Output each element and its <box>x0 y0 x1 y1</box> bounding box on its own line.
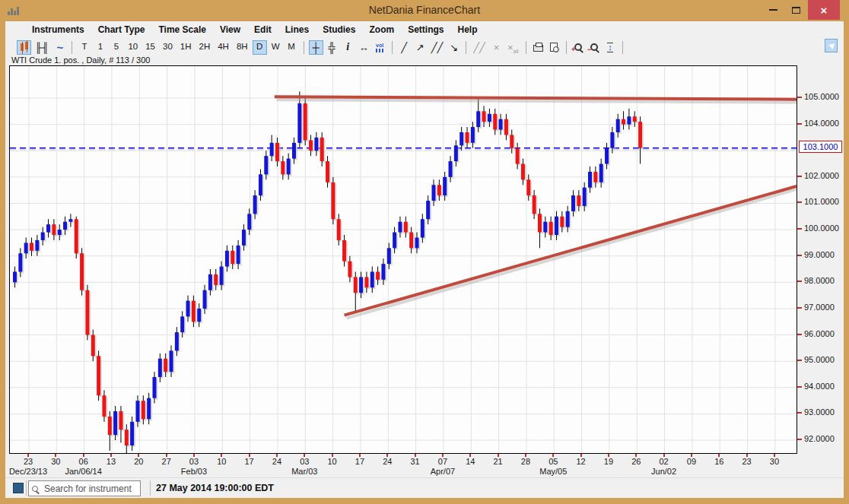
support-trendline[interactable] <box>345 186 797 315</box>
candle <box>253 195 257 214</box>
week-tick-label: 26 <box>623 457 649 466</box>
instrument-label: WTI Crude 1. pos. , Daily, # 113 / 300 <box>11 55 150 65</box>
candle <box>275 143 279 161</box>
price-tick <box>797 97 802 98</box>
week-tick-label: 02 <box>651 457 677 466</box>
fit-vertical-icon[interactable]: ↕ <box>603 40 618 55</box>
arrow-draw-icon[interactable]: ↘ <box>447 40 461 55</box>
timeframe-30min[interactable]: 30 <box>160 40 176 55</box>
ray-line-icon[interactable]: ↗ <box>413 40 428 55</box>
menu-item-instruments[interactable]: Instruments <box>25 21 91 38</box>
week-tick-label: 24 <box>374 457 400 466</box>
channel-lines-icon[interactable]: ╱╱ <box>429 40 446 55</box>
candle <box>164 359 167 372</box>
candlestick-chart-icon[interactable] <box>17 40 31 55</box>
line-chart-icon[interactable]: ~ <box>52 40 67 55</box>
candle <box>41 233 45 240</box>
week-tick-label: 10 <box>208 457 234 466</box>
candle <box>197 309 201 322</box>
info-icon[interactable]: i <box>341 40 355 55</box>
menu-item-lines[interactable]: Lines <box>278 21 316 38</box>
crosshair-icon[interactable]: ┼ <box>309 40 323 55</box>
timeframe-1min[interactable]: 1 <box>93 40 107 55</box>
horizontal-scale-icon[interactable]: ↔ <box>357 40 371 55</box>
candle <box>58 230 62 235</box>
minimize-button[interactable] <box>762 0 784 20</box>
ohlc-bar-chart-icon[interactable]: ╟╢ <box>33 40 51 55</box>
toolbar-separator <box>392 41 393 54</box>
zoom-in-icon[interactable]: + <box>571 40 586 55</box>
timeframe-daily[interactable]: D <box>253 40 267 55</box>
window-title: NetDania FinanceChart <box>0 0 849 21</box>
close-button[interactable]: × <box>808 0 840 20</box>
candle <box>214 274 218 285</box>
week-tick-label: 21 <box>485 457 511 466</box>
candle <box>320 138 324 161</box>
week-tick-label: 12 <box>568 457 594 466</box>
menu-item-chart-type[interactable]: Chart Type <box>91 21 152 38</box>
trendline-icon[interactable]: ╱ <box>397 40 412 55</box>
candle <box>46 224 50 232</box>
candle <box>376 271 380 279</box>
week-tick-label: 10 <box>320 457 345 466</box>
month-label: Jan/06/14 <box>57 467 110 476</box>
timeframe-15min[interactable]: 15 <box>142 40 158 55</box>
timeframe-2hour[interactable]: 2H <box>196 40 214 55</box>
candle <box>270 143 274 156</box>
volume-icon[interactable]: vol <box>373 40 387 55</box>
menu-item-view[interactable]: View <box>213 21 247 38</box>
price-tick <box>797 176 802 177</box>
week-tick-label: 09 <box>679 457 704 466</box>
print-icon[interactable] <box>531 40 545 55</box>
timeframe-tick[interactable]: T <box>77 40 91 55</box>
timeframe-8hour[interactable]: 8H <box>234 40 251 55</box>
candle <box>577 195 580 206</box>
price-tick <box>797 334 802 335</box>
candle <box>633 116 637 122</box>
timeframe-5min[interactable]: 5 <box>109 40 123 55</box>
candle <box>153 377 157 398</box>
menu-item-time-scale[interactable]: Time Scale <box>151 21 212 38</box>
timeframe-weekly[interactable]: W <box>269 40 283 55</box>
price-tick <box>797 281 802 282</box>
candle <box>348 262 351 277</box>
menu-item-edit[interactable]: Edit <box>247 21 278 38</box>
month-label: May/05 <box>526 467 580 476</box>
zoom-out-icon[interactable]: − <box>587 40 602 55</box>
menu-item-settings[interactable]: Settings <box>401 21 450 38</box>
time-axis[interactable]: 23Dec/23/133006Jan/06/1413202703Feb/0310… <box>9 454 797 477</box>
chart-plot-area[interactable] <box>9 65 797 454</box>
search-input[interactable] <box>43 483 164 495</box>
week-tick-label: 03 <box>181 457 207 466</box>
candle <box>588 172 592 188</box>
candle <box>192 301 196 322</box>
candle <box>24 242 28 253</box>
candle <box>466 132 469 143</box>
candle <box>91 335 95 357</box>
week-tick-label: 30 <box>43 457 68 466</box>
price-axis[interactable]: 103.1000 105.0000104.0000102.0000101.000… <box>797 65 844 454</box>
timeframe-4hour[interactable]: 4H <box>215 40 232 55</box>
title-bar[interactable]: NetDania FinanceChart × <box>0 0 849 21</box>
timeframe-10min[interactable]: 10 <box>125 40 141 55</box>
candle <box>203 290 207 309</box>
menu-item-studies[interactable]: Studies <box>316 21 362 38</box>
candle <box>63 222 67 230</box>
menu-item-help[interactable]: Help <box>450 21 484 38</box>
grid-icon[interactable]: ╬ <box>325 40 339 55</box>
instrument-search[interactable] <box>28 480 141 496</box>
menu-item-zoom[interactable]: Zoom <box>362 21 401 38</box>
divider <box>26 480 27 496</box>
timeframe-monthly[interactable]: M <box>285 40 299 55</box>
price-tick-label: 104.0000 <box>804 119 839 128</box>
maximize-button[interactable] <box>785 0 806 20</box>
candle <box>593 172 597 182</box>
price-chart[interactable] <box>10 66 797 453</box>
timeframe-1hour[interactable]: 1H <box>177 40 195 55</box>
candle <box>571 195 575 211</box>
candle <box>627 116 631 124</box>
print-preview-icon[interactable] <box>547 40 561 55</box>
candle <box>443 177 447 195</box>
month-label: Apr/07 <box>416 467 469 476</box>
pin-panel-button[interactable] <box>825 39 838 52</box>
